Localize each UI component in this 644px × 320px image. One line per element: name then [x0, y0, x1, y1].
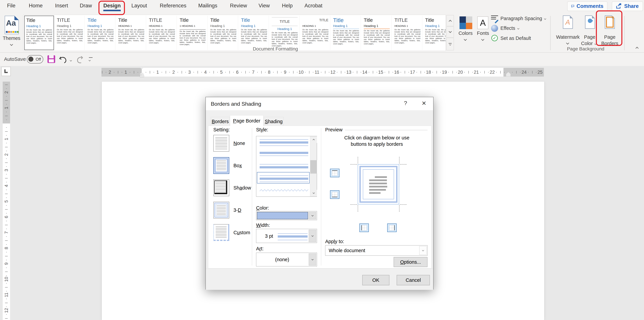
menu-tab-mailings[interactable]: Mailings: [198, 3, 217, 9]
left-border-button[interactable]: [360, 224, 369, 232]
chevron-down-icon[interactable]: [309, 212, 316, 219]
annotation-box-page-borders: [596, 10, 622, 46]
style-line-item[interactable]: [260, 166, 308, 168]
toggle-knob-icon: [28, 57, 33, 62]
style-set-card[interactable]: TITLEHEADING 1On the Insert tab, the gal…: [392, 15, 422, 50]
autosave-toggle[interactable]: Off: [27, 55, 43, 63]
dialog-tab-shading[interactable]: Shading: [264, 117, 284, 126]
menu-tab-review[interactable]: Review: [230, 3, 247, 9]
dialog-tab-borders[interactable]: Borders: [211, 117, 230, 126]
cancel-button[interactable]: Cancel: [397, 275, 430, 285]
style-listbox[interactable]: [256, 136, 317, 197]
bottom-border-button[interactable]: [330, 190, 340, 199]
dialog-footer: OK Cancel: [206, 268, 433, 290]
style-set-card[interactable]: TitleHeading 1On the Insert tab, the gal…: [24, 15, 54, 50]
style-set-card[interactable]: TITLEHEADING 1On the Insert tab, the gal…: [300, 15, 330, 50]
width-dropdown[interactable]: 3 pt: [256, 229, 317, 243]
watermark-label: Watermark: [556, 34, 580, 40]
style-line-item[interactable]: [260, 164, 308, 165]
style-set-card[interactable]: TITLEHEADING 1On the Insert tab, the gal…: [147, 15, 177, 50]
art-dropdown[interactable]: (none): [256, 253, 317, 266]
gallery-more-button[interactable]: [446, 38, 454, 50]
menu-tab-layout[interactable]: Layout: [131, 3, 147, 9]
style-set-gallery: TitleHeading 1On the Insert tab, the gal…: [23, 15, 446, 51]
dialog-help-button[interactable]: ?: [398, 100, 413, 108]
apply-to-dropdown[interactable]: Whole document: [325, 245, 428, 256]
menu-tab-help[interactable]: Help: [282, 3, 293, 9]
style-set-card[interactable]: TitleHeading 1On the Insert tab, the gal…: [86, 15, 116, 50]
gallery-scroll-down-button[interactable]: [446, 26, 454, 37]
chevron-down-icon[interactable]: [419, 246, 427, 255]
comments-button[interactable]: Comments: [567, 1, 608, 11]
setting-option-custom[interactable]: Custom: [213, 224, 252, 241]
scrollbar-thumb[interactable]: [310, 160, 317, 174]
preview-diagram[interactable]: [358, 164, 399, 204]
collapse-ribbon-icon[interactable]: [636, 47, 638, 50]
vertical-ruler[interactable]: 21123456789101112: [3, 82, 10, 320]
style-set-card[interactable]: TITLEHeading 1On the Insert tab, the gal…: [270, 15, 300, 50]
save-button[interactable]: [48, 55, 55, 63]
style-set-card[interactable]: TitleHeading 1On the Insert tab, the gal…: [239, 15, 269, 50]
undo-dropdown-icon[interactable]: [70, 59, 72, 61]
style-line-item[interactable]: [260, 139, 308, 140]
right-border-button[interactable]: [387, 224, 397, 232]
style-set-card[interactable]: TitleHeading 1On the Insert tab, the gal…: [208, 15, 238, 50]
setting-option-box[interactable]: Box: [213, 157, 252, 174]
style-line-item[interactable]: [260, 152, 308, 154]
setting-option-none[interactable]: None: [213, 135, 252, 152]
chevron-down-icon[interactable]: [309, 230, 316, 242]
setting-option-shadow[interactable]: Shadow: [213, 179, 252, 196]
share-label: Share: [624, 3, 639, 9]
style-label: Style:: [256, 127, 268, 133]
style-set-card[interactable]: Title1 HEADING 1On the Insert tab, the g…: [178, 15, 208, 50]
setting-option-3-d[interactable]: 3-D: [213, 202, 252, 219]
style-set-card[interactable]: TitleHeading 1On the Insert tab, the gal…: [362, 15, 392, 50]
color-swatch: [257, 212, 308, 219]
ok-button[interactable]: OK: [362, 275, 390, 285]
comments-label: Comments: [576, 3, 604, 9]
chevron-down-icon[interactable]: [309, 254, 316, 266]
setting-label: Setting:: [213, 127, 230, 133]
menu-tab-draw[interactable]: Draw: [80, 3, 92, 9]
menu-tab-view[interactable]: View: [258, 3, 270, 9]
redo-button[interactable]: [76, 56, 84, 63]
autosave-state: Off: [36, 57, 41, 62]
scroll-up-button[interactable]: [310, 136, 317, 143]
menu-tab-insert[interactable]: Insert: [55, 3, 68, 9]
chevron-down-icon: [566, 41, 569, 44]
menu-tab-file[interactable]: File: [7, 3, 16, 9]
apply-to-value: Whole document: [329, 248, 365, 253]
dialog-close-button[interactable]: ✕: [416, 100, 432, 108]
style-set-card[interactable]: TitleHeading 1On the Insert tab, the gal…: [331, 15, 361, 50]
style-wavy-item[interactable]: [260, 189, 308, 192]
customize-qat-button[interactable]: [89, 57, 92, 62]
dialog-titlebar[interactable]: Borders and Shading ? ✕: [206, 97, 433, 110]
style-set-card[interactable]: TitleHeading 1On the Insert tab, the gal…: [423, 15, 446, 50]
setting-icon-none: [213, 135, 229, 152]
apply-to-label: Apply to:: [325, 239, 344, 244]
horizontal-ruler[interactable]: 2112345678910111213141516171819202122242…: [102, 68, 544, 77]
menu-tab-acrobat[interactable]: Acrobat: [304, 3, 322, 9]
style-line-item[interactable]: [260, 141, 308, 144]
left-indent-marker[interactable]: [140, 75, 144, 77]
style-scrollbar[interactable]: [310, 136, 317, 197]
style-line-item[interactable]: [260, 145, 308, 146]
set-as-default-label: Set as Default: [500, 35, 531, 41]
dialog-tab-page-border[interactable]: Page Border: [230, 115, 264, 126]
style-set-card[interactable]: TITLEHeading 1On the Insert tab, the gal…: [55, 15, 85, 50]
tab-stop-selector[interactable]: [1, 67, 11, 76]
style-set-card[interactable]: TitleHEADING 1On the Insert tab, the gal…: [116, 15, 146, 50]
options-button[interactable]: Options...: [394, 257, 428, 267]
share-button[interactable]: Share: [612, 1, 643, 11]
menu-tab-home[interactable]: Home: [29, 3, 43, 9]
gallery-scroll-up-button[interactable]: [446, 15, 454, 26]
undo-button[interactable]: [59, 56, 68, 63]
themes-button[interactable]: Aa Themes: [2, 15, 21, 51]
annotation-box-design-tab: [98, 1, 125, 15]
style-line-item[interactable]: [260, 155, 308, 156]
top-border-button[interactable]: [330, 169, 340, 177]
scroll-down-button[interactable]: [310, 190, 317, 197]
menu-tab-references[interactable]: References: [160, 3, 186, 9]
style-selected-item[interactable]: [257, 172, 310, 183]
color-dropdown[interactable]: [256, 211, 317, 220]
